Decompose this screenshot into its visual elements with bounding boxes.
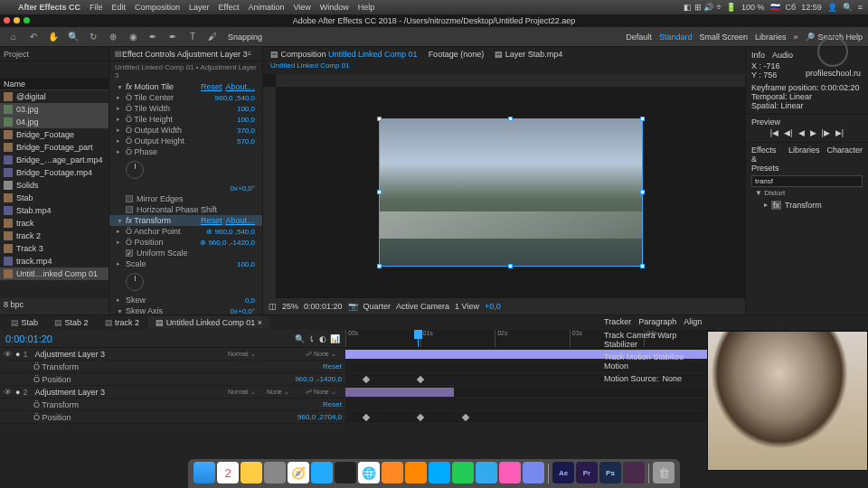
spotlight-icon[interactable]: 🔍 [843,3,853,12]
visibility-icon[interactable]: 👁 [4,388,13,397]
layer-prop-value[interactable]: 960,0 ,-1420,0 [295,375,342,383]
dock-chrome-icon[interactable]: 🌐 [358,462,380,483]
keyframe-icon[interactable] [462,414,469,421]
transform-handle[interactable] [377,190,382,194]
dock-notes-icon[interactable] [241,462,262,483]
shape-tool-icon[interactable]: ✒ [145,30,161,44]
menu-effect[interactable]: Effect [219,3,240,12]
fx-prop-value[interactable]: ⊕ 960,0 ,540,0 [206,228,255,236]
type-tool-icon[interactable]: T [184,30,201,44]
menu-file[interactable]: File [90,3,103,12]
transform-reset[interactable]: Reset [201,216,222,225]
parent-link[interactable]: ☍ None ⌄ [306,389,342,396]
transform-about[interactable]: About… [225,216,255,225]
composition-viewer[interactable] [263,74,745,298]
project-item[interactable]: Bridge_Footage [0,128,108,141]
zoom-dropdown[interactable]: 25% [282,302,298,311]
project-list[interactable]: @digital03.jpg04.jpgBridge_FootageBridge… [0,90,108,298]
mirror-edges-checkbox[interactable] [126,195,133,202]
layer-name[interactable]: Adjustment Layer 3 [34,388,225,397]
fx-prop-value[interactable]: 100,0 [237,105,255,113]
ws-standard[interactable]: Standard [659,33,693,42]
dock-wa-icon[interactable] [452,462,474,483]
tl-blur-icon[interactable]: ◐ [319,334,326,343]
transform-handle[interactable] [377,117,382,121]
hand-tool-icon[interactable]: ✋ [45,30,61,44]
solo-icon[interactable]: ● [15,388,20,397]
view-dropdown[interactable]: 1 View [455,302,479,311]
first-frame-icon[interactable]: |◀ [770,128,778,137]
tracker-row2[interactable]: Track Motion Stabilize Motion [599,351,707,372]
status-icons[interactable]: ◧ ⊞ 🔊 ᯤ 🔋 [684,3,736,12]
blend-mode[interactable]: Normal ⌄ [228,351,264,358]
align-tab[interactable]: Align [684,317,702,326]
project-item[interactable]: Bridge_Footage.mp4 [0,166,108,179]
project-item[interactable]: Stab [0,192,108,204]
tl-graph-icon[interactable]: 📊 [330,334,340,343]
tl-shy-icon[interactable]: ⤹ [308,334,316,343]
solo-icon[interactable]: ● [15,350,20,359]
project-item[interactable]: Bridge_Footage_part [0,141,108,154]
transform-handle[interactable] [640,190,645,194]
dock-tg-icon[interactable] [476,462,497,483]
brush-tool-icon[interactable]: 🖌 [204,30,221,44]
layer-prop-value[interactable]: Reset [323,400,342,408]
menu-help[interactable]: Help [358,3,375,12]
viewer-tab-footage[interactable]: Footage (none) [429,50,485,59]
motion-tile-reset[interactable]: Reset [201,82,222,91]
menu-layer[interactable]: Layer [189,3,210,12]
phase-value[interactable]: 0x+0,0° [231,184,255,192]
dock-store-icon[interactable] [311,462,333,483]
tracker-tab[interactable]: Tracker [604,317,631,326]
fx-prop-value[interactable]: ⊕ 960,0 ,-1420,0 [200,239,255,247]
project-panel-header[interactable]: Project [0,47,108,61]
dock-me-icon[interactable] [623,462,645,483]
transform-handle[interactable] [508,117,513,121]
exposure-value[interactable]: +0,0 [485,302,501,311]
project-item[interactable]: track.mp4 [0,255,108,267]
phase-dial[interactable] [126,161,144,179]
playhead[interactable] [418,330,419,347]
snapshot-icon[interactable]: 📷 [348,302,358,311]
mask-mode-icon[interactable]: ◫ [269,302,277,311]
scale-value[interactable]: 100,0 [237,260,255,268]
project-item[interactable]: Solids [0,179,108,192]
next-frame-icon[interactable]: |▶ [822,128,830,137]
transform-handle[interactable] [508,264,513,268]
ep-category[interactable]: ▼ Distort [751,187,863,199]
dock-disc-icon[interactable] [523,462,544,483]
fx-prop-value[interactable]: 960,0 ,540,0 [215,94,255,102]
layer-prop-value[interactable]: 960,0 ,2704,0 [297,413,342,421]
dock-trash-icon[interactable]: 🗑 [653,462,675,483]
dock-safari-icon[interactable]: 🧭 [288,462,309,483]
zoom-tool-icon[interactable]: 🔍 [65,30,81,44]
rotate-tool-icon[interactable]: ↻ [85,30,101,44]
audio-tab[interactable]: Audio [772,51,793,60]
bpc-button[interactable]: 8 bpc [4,300,24,313]
play-icon[interactable]: ▶ [810,128,816,137]
resolution-dropdown[interactable]: Quarter [363,302,392,311]
camera-dropdown[interactable]: Active Camera [396,302,449,311]
fx-prop-value[interactable]: 570,0 [237,137,255,145]
input-lang-icon[interactable]: 🇷🇺 [770,3,780,12]
play-back-icon[interactable]: ◀ [798,128,805,137]
battery-pct[interactable]: 100 % [741,3,765,12]
timecode[interactable]: 0:00:01:20 [304,302,343,311]
libraries-tab[interactable]: Libraries [788,145,820,173]
effect-controls-tab[interactable]: ▤ Effect Controls Adjustment Layer 3 ≡ [109,47,262,61]
effects-search-input[interactable] [751,175,863,187]
project-item[interactable]: Bridge_…age_part.mp4 [0,154,108,166]
ws-default[interactable]: Default [626,33,652,42]
ep-tab[interactable]: Effects & Presets [751,145,781,173]
home-tool-icon[interactable]: ⌂ [5,30,22,44]
dock-ae-icon[interactable]: Ae [552,462,574,483]
hps-checkbox[interactable] [126,206,133,213]
ep-effect-transform[interactable]: ▸ fx Transform [751,199,863,211]
pen-tool-icon[interactable]: ✒ [165,30,181,44]
keyframe-icon[interactable] [417,376,424,383]
viewer-tab-layer[interactable]: ▤ Layer Stab.mp4 [495,50,562,59]
info-tab[interactable]: Info [751,51,765,60]
viewer-tab-comp[interactable]: ▤ Composition Untitled Linked Comp 01 [270,50,418,59]
project-item[interactable]: Track 3 [0,242,108,255]
user-icon[interactable]: 👤 [827,3,837,12]
